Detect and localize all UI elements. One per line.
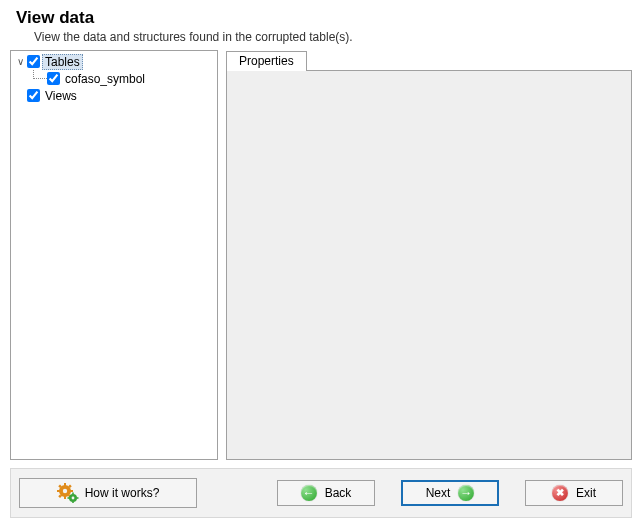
next-label: Next [426,486,451,500]
checkbox-tables[interactable] [27,55,40,68]
page-title: View data [16,8,632,28]
arrow-left-icon: ← [301,485,317,501]
gear-icon [57,483,79,503]
exit-label: Exit [576,486,596,500]
svg-point-1 [62,489,66,493]
header: View data View the data and structures f… [10,8,632,44]
svg-rect-12 [72,493,74,495]
properties-body [226,70,632,460]
tree-item-cofaso[interactable]: cofaso_symbol [11,70,217,87]
page-subtitle: View the data and structures found in th… [34,30,632,44]
tree-panel[interactable]: ∨ Tables cofaso_symbol Views [10,50,218,460]
svg-rect-2 [64,483,66,486]
svg-rect-5 [70,490,73,492]
close-icon: ✖ [552,485,568,501]
arrow-right-icon: → [458,485,474,501]
tree-label-tables[interactable]: Tables [42,54,83,70]
tree-label-views[interactable]: Views [42,89,80,103]
tree-item-views[interactable]: Views [11,87,217,104]
button-bar: How it works? ← Back Next → ✖ Exit [10,468,632,518]
svg-rect-13 [72,502,74,504]
svg-rect-15 [76,497,78,499]
back-label: Back [325,486,352,500]
tree-label-cofaso[interactable]: cofaso_symbol [62,72,148,86]
tab-properties[interactable]: Properties [226,51,307,71]
checkbox-views[interactable] [27,89,40,102]
checkbox-cofaso[interactable] [47,72,60,85]
svg-rect-14 [67,497,69,499]
svg-rect-4 [57,490,60,492]
properties-panel: Properties [226,50,632,460]
how-it-works-label: How it works? [85,486,160,500]
back-button[interactable]: ← Back [277,480,375,506]
svg-point-11 [71,497,74,500]
next-button[interactable]: Next → [401,480,499,506]
exit-button[interactable]: ✖ Exit [525,480,623,506]
how-it-works-button[interactable]: How it works? [19,478,197,508]
svg-rect-3 [64,496,66,499]
expand-icon[interactable]: ∨ [13,56,27,67]
tab-row: Properties [226,50,632,70]
tree-item-tables[interactable]: ∨ Tables [11,53,217,70]
tree-connector [27,70,47,87]
